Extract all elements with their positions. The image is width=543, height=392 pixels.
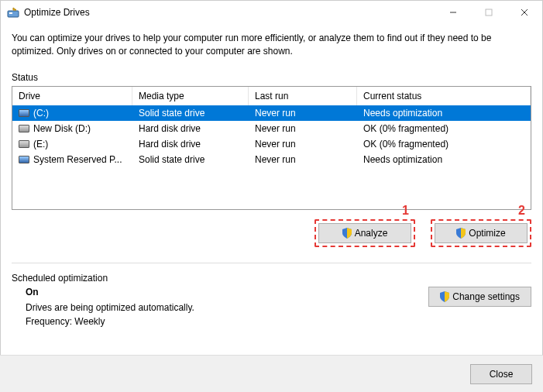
drive-name: New Disk (D:)	[33, 123, 91, 134]
table-header: Drive Media type Last run Current status	[12, 87, 531, 105]
divider	[12, 263, 531, 263]
status-label: Status	[12, 72, 531, 83]
callout-number-1: 1	[402, 204, 409, 218]
scheduled-state: On	[26, 287, 194, 297]
scheduled-label: Scheduled optimization	[12, 273, 531, 284]
header-lastrun[interactable]: Last run	[249, 87, 357, 105]
last-run: Never run	[249, 139, 357, 150]
app-icon	[7, 6, 19, 19]
current-status: OK (0% fragmented)	[357, 123, 531, 134]
last-run: Never run	[249, 108, 357, 119]
scheduled-freq: Frequency: Weekly	[26, 316, 194, 327]
header-status[interactable]: Current status	[357, 87, 531, 105]
maximize-button	[471, 1, 507, 24]
last-run: Never run	[249, 123, 357, 134]
change-settings-label: Change settings	[452, 291, 520, 302]
media-type: Hard disk drive	[132, 139, 249, 150]
analyze-button[interactable]: Analyze	[318, 223, 411, 243]
media-type: Hard disk drive	[132, 123, 249, 134]
table-row[interactable]: (E:)Hard disk driveNever runOK (0% fragm…	[12, 136, 531, 152]
close-button[interactable]: Close	[470, 364, 532, 384]
table-row[interactable]: System Reserved P...Solid state driveNev…	[12, 152, 531, 167]
table-row[interactable]: (C:)Solid state driveNever runNeeds opti…	[12, 105, 531, 121]
current-status: Needs optimization	[357, 154, 531, 165]
last-run: Never run	[249, 154, 357, 165]
window-title: Optimize Drives	[24, 7, 435, 18]
drives-table: Drive Media type Last run Current status…	[12, 86, 531, 210]
titlebar: Optimize Drives	[1, 1, 542, 24]
scheduled-info: On Drives are being optimized automatica…	[12, 287, 194, 330]
header-media[interactable]: Media type	[132, 87, 249, 105]
header-drive[interactable]: Drive	[12, 87, 132, 105]
media-type: Solid state drive	[132, 108, 249, 119]
window-controls	[435, 1, 542, 24]
minimize-button[interactable]	[435, 1, 471, 24]
optimize-callout: 2 Optimize	[431, 219, 531, 247]
drive-name: System Reserved P...	[33, 154, 122, 165]
shield-icon	[456, 228, 466, 239]
current-status: Needs optimization	[357, 108, 531, 119]
shield-icon	[342, 228, 352, 239]
table-row[interactable]: New Disk (D:)Hard disk driveNever runOK …	[12, 121, 531, 136]
change-settings-button[interactable]: Change settings	[428, 287, 531, 307]
close-label: Close	[490, 369, 514, 380]
media-type: Solid state drive	[132, 154, 249, 165]
shield-icon	[440, 291, 449, 302]
svg-rect-1	[9, 12, 12, 14]
description-text: You can optimize your drives to help you…	[12, 32, 531, 58]
analyze-callout: 1 Analyze	[314, 219, 415, 247]
analyze-label: Analyze	[355, 228, 388, 239]
drive-icon	[19, 140, 29, 148]
drive-icon	[19, 125, 29, 132]
close-window-button[interactable]	[507, 1, 542, 24]
current-status: OK (0% fragmented)	[357, 139, 531, 150]
drive-name: (C:)	[33, 108, 49, 119]
svg-rect-3	[486, 9, 492, 15]
drive-name: (E:)	[33, 139, 48, 150]
optimize-label: Optimize	[469, 228, 505, 239]
drive-icon	[19, 156, 29, 163]
drive-icon	[19, 109, 29, 117]
scheduled-desc: Drives are being optimized automatically…	[26, 302, 194, 313]
optimize-button[interactable]: Optimize	[435, 223, 528, 243]
callout-number-2: 2	[518, 204, 525, 218]
footer: Close	[0, 355, 543, 392]
